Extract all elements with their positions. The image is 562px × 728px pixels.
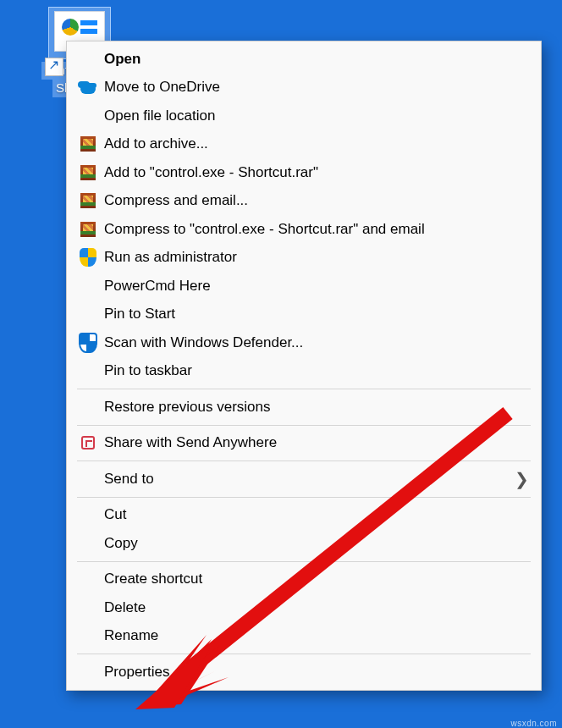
menu-label: Compress to "control.exe - Shortcut.rar"…	[101, 221, 529, 238]
menu-label: Scan with Windows Defender...	[101, 334, 529, 351]
separator	[77, 497, 531, 498]
menu-open[interactable]: Open	[67, 45, 541, 74]
menu-add-to-named-rar[interactable]: Add to "control.exe - Shortcut.rar"	[67, 158, 541, 187]
menu-powercmd[interactable]: PowerCmd Here	[67, 272, 541, 301]
winrar-icon	[75, 165, 101, 180]
menu-label: Move to OneDrive	[101, 79, 529, 96]
winrar-icon	[75, 136, 101, 152]
menu-label: Rename	[101, 627, 529, 644]
menu-delete[interactable]: Delete	[67, 593, 541, 622]
menu-label: Cut	[101, 506, 529, 523]
separator	[77, 561, 531, 562]
menu-label: Open	[101, 51, 529, 68]
context-menu: Open Move to OneDrive Open file location…	[66, 41, 542, 691]
onedrive-icon	[75, 82, 101, 92]
menu-copy[interactable]: Copy	[67, 529, 541, 558]
menu-send-to[interactable]: Send to ❯	[67, 465, 541, 494]
shortcut-overlay-icon	[45, 58, 63, 76]
menu-label: Compress and email...	[101, 192, 529, 209]
send-anywhere-icon	[75, 436, 101, 449]
menu-label: Send to	[101, 471, 515, 488]
menu-share-send-anywhere[interactable]: Share with Send Anywhere	[67, 429, 541, 458]
menu-label: Add to "control.exe - Shortcut.rar"	[101, 164, 529, 181]
menu-label: Share with Send Anywhere	[101, 434, 529, 451]
menu-pin-to-start[interactable]: Pin to Start	[67, 301, 541, 329]
separator	[77, 425, 531, 426]
menu-compress-to-named-email[interactable]: Compress to "control.exe - Shortcut.rar"…	[67, 215, 541, 244]
menu-move-onedrive[interactable]: Move to OneDrive	[67, 74, 541, 102]
submenu-arrow-icon: ❯	[515, 469, 529, 489]
menu-label: Copy	[101, 535, 529, 552]
menu-pin-to-taskbar[interactable]: Pin to taskbar	[67, 357, 541, 386]
separator	[77, 654, 531, 654]
menu-label: Create shortcut	[101, 571, 529, 587]
menu-label: Open file location	[101, 108, 529, 124]
winrar-icon	[75, 193, 101, 208]
menu-open-file-location[interactable]: Open file location	[67, 102, 541, 130]
menu-run-as-admin[interactable]: Run as administrator	[67, 244, 541, 273]
watermark-text: wsxdn.com	[510, 719, 557, 728]
menu-restore-previous-versions[interactable]: Restore previous versions	[67, 393, 541, 422]
menu-compress-email[interactable]: Compress and email...	[67, 187, 541, 216]
menu-properties[interactable]: Properties	[67, 658, 541, 687]
menu-label: Restore previous versions	[101, 399, 529, 416]
separator	[77, 461, 531, 461]
separator	[77, 389, 531, 389]
desktop: control.exe - Shortcut Open Move to OneD…	[0, 0, 562, 728]
menu-label: Delete	[101, 599, 529, 616]
menu-scan-defender[interactable]: Scan with Windows Defender...	[67, 328, 541, 357]
menu-label: Pin to taskbar	[101, 362, 529, 379]
defender-shield-icon	[75, 333, 101, 353]
menu-add-to-archive[interactable]: Add to archive...	[67, 130, 541, 159]
winrar-icon	[75, 222, 101, 237]
menu-label: Add to archive...	[101, 135, 529, 152]
menu-label: Run as administrator	[101, 249, 529, 266]
menu-label: Properties	[101, 664, 529, 681]
uac-shield-icon	[75, 248, 101, 267]
menu-label: Pin to Start	[101, 306, 529, 323]
menu-cut[interactable]: Cut	[67, 501, 541, 530]
menu-label: PowerCmd Here	[101, 278, 529, 295]
menu-rename[interactable]: Rename	[67, 622, 541, 651]
menu-create-shortcut[interactable]: Create shortcut	[67, 565, 541, 594]
